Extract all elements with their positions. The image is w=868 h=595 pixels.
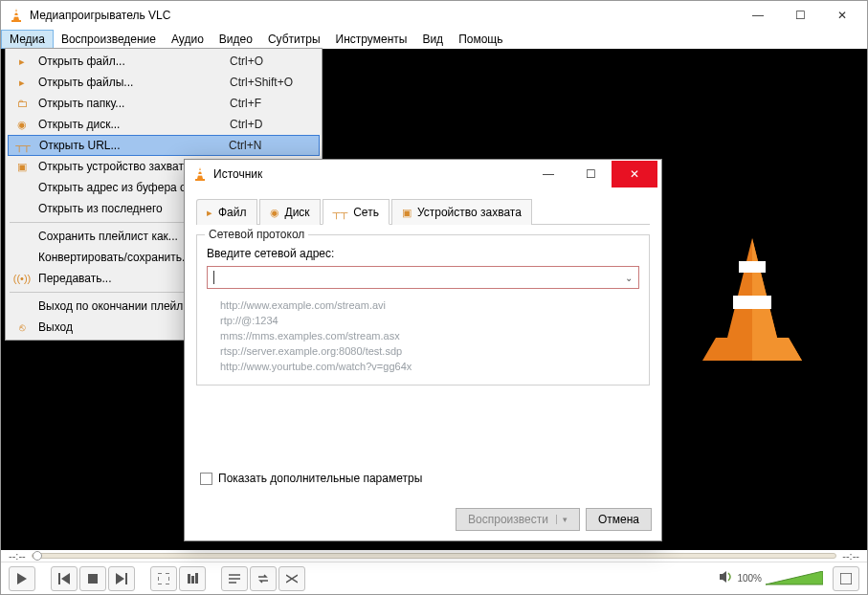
file-icon: ▸ bbox=[207, 207, 212, 219]
show-more-checkbox[interactable]: Показать дополнительные параметры bbox=[200, 472, 650, 485]
time-elapsed: --:-- bbox=[9, 550, 26, 562]
network-protocol-group: Сетевой протокол Введите сетевой адрес: … bbox=[196, 234, 650, 386]
dialog-close-button[interactable]: ✕ bbox=[612, 161, 657, 187]
ext-settings-button[interactable] bbox=[179, 566, 206, 591]
svg-rect-2 bbox=[13, 15, 19, 17]
svg-rect-19 bbox=[195, 573, 198, 584]
menu-subtitle[interactable]: Субтитры bbox=[260, 31, 328, 48]
capture-icon: ▣ bbox=[11, 161, 33, 173]
svg-rect-1 bbox=[14, 11, 18, 13]
time-total: --:-- bbox=[842, 550, 859, 562]
svg-rect-7 bbox=[733, 296, 771, 309]
minimize-button[interactable]: ― bbox=[737, 2, 779, 29]
svg-rect-11 bbox=[58, 573, 60, 584]
exit-icon: ⎋ bbox=[11, 321, 33, 333]
dialog-button-row: Воспроизвести Отмена bbox=[185, 502, 661, 540]
open-source-dialog: Источник ― ☐ ✕ ▸Файл ◉Диск ┬┬Сеть ▣Устро… bbox=[184, 159, 662, 541]
volume-slider[interactable] bbox=[766, 571, 823, 586]
seek-bar-row: --:-- --:-- bbox=[1, 550, 867, 562]
svg-rect-16 bbox=[158, 573, 169, 584]
menu-tools[interactable]: Инструменты bbox=[328, 31, 415, 48]
svg-marker-23 bbox=[720, 571, 726, 583]
dialog-maximize-button[interactable]: ☐ bbox=[569, 161, 612, 187]
media-menu-item-1[interactable]: ▸Открыть файлы...Ctrl+Shift+O bbox=[8, 72, 320, 93]
volume-control: 100% bbox=[720, 566, 859, 591]
chevron-down-icon: ⌄ bbox=[625, 273, 633, 283]
svg-rect-13 bbox=[88, 574, 98, 584]
window-title: Медиапроигрыватель VLC bbox=[30, 9, 737, 22]
svg-marker-24 bbox=[766, 571, 823, 584]
capture-icon: ▣ bbox=[402, 207, 412, 219]
tab-network[interactable]: ┬┬Сеть bbox=[323, 199, 389, 225]
titlebar: Медиапроигрыватель VLC ― ☐ ✕ bbox=[1, 1, 867, 30]
vlc-cone-icon bbox=[9, 8, 24, 23]
svg-rect-28 bbox=[197, 174, 203, 176]
volume-label: 100% bbox=[737, 573, 762, 584]
svg-rect-3 bbox=[11, 20, 21, 22]
stream-icon: ((•)) bbox=[11, 273, 33, 284]
seek-slider[interactable] bbox=[32, 553, 837, 559]
media-menu-item-3[interactable]: ◉Открыть диск...Ctrl+D bbox=[8, 114, 320, 135]
playlist-button[interactable] bbox=[221, 566, 248, 591]
vlc-cone-logo bbox=[695, 232, 810, 366]
shuffle-button[interactable] bbox=[278, 566, 305, 591]
maximize-button[interactable]: ☐ bbox=[779, 2, 821, 29]
next-button[interactable] bbox=[108, 566, 135, 591]
url-input[interactable]: ⌄ bbox=[207, 266, 639, 289]
menubar: Медиа Воспроизведение Аудио Видео Субтит… bbox=[1, 30, 867, 49]
dialog-title: Источник bbox=[213, 167, 527, 181]
menu-playback[interactable]: Воспроизведение bbox=[54, 31, 164, 48]
svg-marker-12 bbox=[61, 573, 70, 584]
svg-marker-5 bbox=[752, 238, 777, 338]
svg-rect-25 bbox=[840, 573, 852, 584]
fullscreen-alt-button[interactable] bbox=[833, 566, 859, 591]
menu-media[interactable]: Медиа bbox=[1, 30, 54, 49]
media-menu-item-4[interactable]: ┬┬Открыть URL...Ctrl+N bbox=[8, 135, 320, 156]
cancel-button[interactable]: Отмена bbox=[586, 508, 652, 531]
menu-audio[interactable]: Аудио bbox=[164, 31, 211, 48]
disc-icon: ◉ bbox=[270, 207, 279, 219]
svg-rect-17 bbox=[188, 574, 190, 584]
fullscreen-button[interactable] bbox=[150, 566, 177, 591]
network-icon: ┬┬ bbox=[333, 207, 348, 218]
url-examples: http://www.example.com/stream.avi rtp://… bbox=[220, 298, 639, 375]
menu-video[interactable]: Видео bbox=[211, 31, 260, 48]
close-button[interactable]: ✕ bbox=[821, 2, 863, 29]
svg-marker-0 bbox=[13, 9, 19, 20]
group-title: Сетевой протокол bbox=[205, 228, 308, 241]
vlc-cone-icon bbox=[192, 166, 208, 182]
svg-marker-26 bbox=[197, 167, 203, 179]
play-button[interactable]: Воспроизвести bbox=[456, 508, 580, 531]
svg-rect-15 bbox=[125, 573, 127, 584]
disc-icon: ◉ bbox=[11, 119, 33, 131]
dialog-titlebar: Источник ― ☐ ✕ bbox=[185, 160, 661, 188]
menu-view[interactable]: Вид bbox=[414, 31, 451, 48]
loop-button[interactable] bbox=[250, 566, 277, 591]
file-icon: ▸ bbox=[11, 55, 33, 68]
svg-rect-29 bbox=[195, 179, 205, 181]
media-menu-item-0[interactable]: ▸Открыть файл...Ctrl+O bbox=[8, 51, 320, 72]
media-menu-item-2[interactable]: 🗀Открыть папку...Ctrl+F bbox=[8, 93, 320, 114]
dialog-minimize-button[interactable]: ― bbox=[527, 161, 569, 187]
net-icon: ┬┬ bbox=[12, 140, 33, 151]
speaker-icon[interactable] bbox=[720, 570, 733, 586]
tab-disc[interactable]: ◉Диск bbox=[259, 199, 321, 225]
checkbox-icon bbox=[200, 473, 212, 485]
svg-rect-18 bbox=[191, 576, 194, 584]
svg-rect-27 bbox=[198, 170, 202, 172]
svg-marker-10 bbox=[17, 573, 27, 584]
play-button[interactable] bbox=[9, 566, 35, 591]
url-field-label: Введите сетевой адрес: bbox=[207, 247, 639, 260]
tab-file[interactable]: ▸Файл bbox=[196, 199, 257, 225]
menu-help[interactable]: Помощь bbox=[451, 31, 510, 48]
folder-icon: 🗀 bbox=[11, 98, 33, 109]
svg-marker-9 bbox=[752, 338, 802, 361]
files-icon: ▸ bbox=[11, 77, 33, 89]
tab-capture[interactable]: ▣Устройство захвата bbox=[391, 199, 532, 225]
dialog-tabs: ▸Файл ◉Диск ┬┬Сеть ▣Устройство захвата bbox=[196, 198, 650, 225]
svg-marker-14 bbox=[116, 573, 124, 584]
prev-button[interactable] bbox=[51, 566, 78, 591]
controls-toolbar: 100% bbox=[1, 562, 867, 594]
stop-button[interactable] bbox=[79, 566, 106, 591]
svg-rect-6 bbox=[739, 261, 766, 273]
